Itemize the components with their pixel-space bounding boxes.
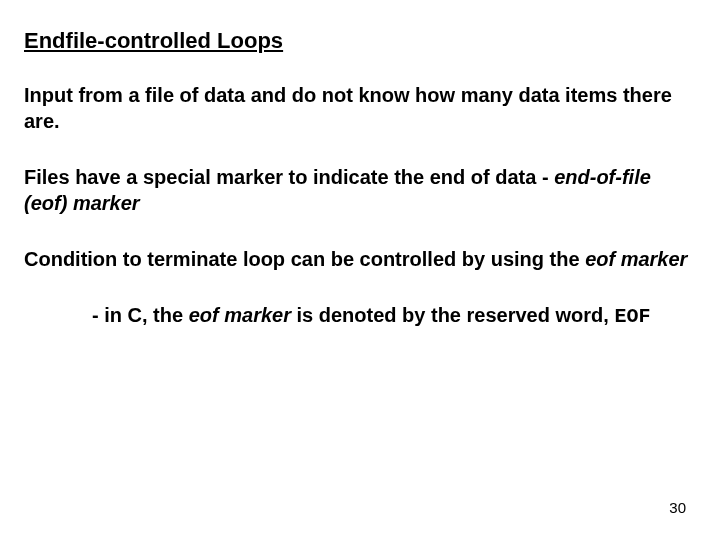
page-number: 30 <box>669 499 686 516</box>
paragraph-2: Files have a special marker to indicate … <box>24 164 696 216</box>
slide-heading: Endfile-controlled Loops <box>24 28 696 54</box>
paragraph-2-text: Files have a special marker to indicate … <box>24 166 554 188</box>
slide: Endfile-controlled Loops Input from a fi… <box>0 0 720 540</box>
paragraph-4-text-a: - in C, the <box>92 304 189 326</box>
eof-reserved-word: EOF <box>614 305 650 328</box>
paragraph-3-text: Condition to terminate loop can be contr… <box>24 248 585 270</box>
paragraph-4: - in C, the eof marker is denoted by the… <box>24 302 696 330</box>
paragraph-4-text-c: is denoted by the reserved word, <box>291 304 614 326</box>
eof-marker-term-2: eof marker <box>585 248 687 270</box>
paragraph-1: Input from a file of data and do not kno… <box>24 82 696 134</box>
paragraph-3: Condition to terminate loop can be contr… <box>24 246 696 272</box>
eof-marker-term-3: eof marker <box>189 304 291 326</box>
